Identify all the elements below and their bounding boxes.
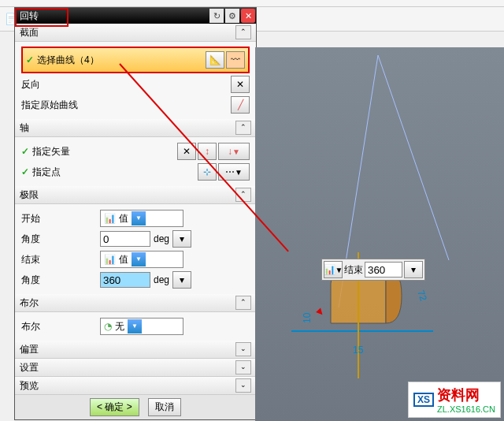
dim-angle: 72 (415, 289, 429, 303)
origin-curve-row: 指定原始曲线 ╱ (21, 95, 250, 114)
origin-curve-label: 指定原始曲线 (21, 99, 78, 112)
ok-button[interactable]: < 确定 > (90, 398, 139, 416)
float-end-label: 结束 (344, 263, 363, 277)
boolean-select[interactable]: ◔ 无 ▼ (100, 318, 183, 335)
check-icon: ✓ (21, 146, 29, 157)
unit-deg: deg (154, 233, 169, 244)
dialog-title: 回转 (15, 9, 43, 23)
model-preview: 15 10 72 (291, 55, 496, 402)
gear-icon[interactable]: ⚙ (225, 9, 239, 23)
reverse-label: 反向 (21, 78, 40, 91)
point-pick-icon[interactable]: ⊹ (198, 163, 217, 181)
end-label: 结束 (21, 253, 100, 266)
watermark: XS 资料网 ZL.XS1616.CN (408, 382, 501, 418)
dialog-titlebar[interactable]: 回转 ↻ ⚙ ✕ (15, 8, 256, 24)
boolean-title: 布尔 (20, 296, 39, 310)
settings-label: 设置 (20, 361, 39, 374)
start-type-select[interactable]: 📊 值 ▼ (100, 210, 183, 227)
reverse-direction-icon[interactable]: ✕ (231, 76, 250, 93)
section-title: 截面 (20, 26, 39, 39)
angle-menu-icon[interactable]: ▾ (172, 271, 191, 289)
section-settings[interactable]: 设置 ⌄ (15, 359, 256, 377)
sketch-icon[interactable]: 📐 (206, 51, 224, 69)
chevron-up-icon[interactable]: ⌃ (235, 25, 251, 39)
dialog-footer: < 确定 > 取消 (15, 395, 256, 419)
origin-curve-icon[interactable]: ╱ (231, 96, 250, 114)
dropdown-arrow-icon[interactable]: ▼ (132, 252, 146, 266)
offset-label: 偏置 (20, 343, 39, 356)
revolve-dialog: 回转 ↻ ⚙ ✕ 截面 ⌃ ✓ 选择曲线（4） 📐 〰 反向 ✕ 指定原始曲线 … (14, 7, 257, 420)
chevron-down-icon[interactable]: ⌄ (235, 378, 251, 393)
specify-vector-row: ✓ 指定矢量 ✕ ↕ ↓▼ (21, 142, 250, 161)
watermark-text: 资料网 (437, 386, 495, 404)
close-icon[interactable]: ✕ (241, 9, 255, 23)
value-icon: 📊 (104, 254, 116, 265)
end-type-select[interactable]: 📊 值 ▼ (100, 251, 183, 268)
axis-title: 轴 (20, 121, 29, 135)
section-header-boolean[interactable]: 布尔 ⌃ (15, 294, 256, 312)
boolean-value: 无 (115, 320, 124, 333)
svg-line-0 (378, 55, 449, 260)
preview-label: 预览 (20, 379, 39, 393)
reset-icon[interactable]: ↻ (209, 9, 224, 23)
angle-label: 角度 (21, 274, 100, 287)
chevron-down-icon[interactable]: ⌄ (235, 342, 251, 356)
vector-label: 指定矢量 (32, 145, 70, 158)
check-icon: ✓ (26, 54, 34, 65)
dim-width: 15 (353, 345, 364, 356)
chevron-up-icon[interactable]: ⌃ (235, 121, 251, 135)
unit-deg: deg (154, 274, 169, 285)
value-icon: 📊 (104, 213, 116, 224)
float-end-input[interactable] (365, 262, 402, 278)
start-label: 开始 (21, 212, 100, 225)
end-type-value: 值 (119, 253, 128, 266)
vector-axis-icon[interactable]: ↕ (198, 143, 217, 160)
start-type-value: 值 (119, 212, 128, 225)
float-end-dropdown[interactable]: 📊▼ 结束 ▾ (321, 259, 425, 281)
end-angle-input[interactable] (100, 272, 150, 288)
section-offset[interactable]: 偏置 ⌄ (15, 341, 256, 359)
vector-dropdown[interactable]: ↓▼ (218, 143, 250, 160)
check-icon: ✓ (21, 166, 29, 177)
angle-label: 角度 (21, 233, 100, 246)
float-menu-icon[interactable]: ▾ (404, 261, 423, 278)
reverse-row: 反向 ✕ (21, 75, 250, 94)
dropdown-arrow-icon[interactable]: ▼ (132, 211, 146, 225)
chevron-up-icon[interactable]: ⌃ (235, 296, 251, 310)
cancel-button[interactable]: 取消 (148, 398, 181, 416)
none-icon: ◔ (104, 321, 112, 332)
dim-height: 10 (302, 312, 313, 323)
section-preview[interactable]: 预览 ⌄ (15, 377, 256, 395)
limits-title: 极限 (20, 188, 39, 202)
start-angle-input[interactable] (100, 231, 150, 247)
point-label: 指定点 (32, 166, 61, 179)
dropdown-arrow-icon[interactable]: ▼ (128, 319, 142, 333)
section-header-axis[interactable]: 轴 ⌃ (15, 119, 256, 137)
section-header-section[interactable]: 截面 ⌃ (15, 24, 256, 42)
curve-icon[interactable]: 〰 (226, 51, 245, 69)
boolean-label: 布尔 (21, 320, 100, 333)
chevron-down-icon[interactable]: ⌄ (235, 360, 251, 374)
watermark-logo: XS (413, 393, 434, 407)
select-curve-row[interactable]: ✓ 选择曲线（4） 📐 〰 (21, 47, 250, 73)
angle-menu-icon[interactable]: ▾ (172, 230, 191, 248)
select-curve-label: 选择曲线（4） (37, 54, 99, 67)
value-icon[interactable]: 📊▼ (324, 261, 343, 278)
watermark-url: ZL.XS1616.CN (437, 404, 495, 414)
section-header-limits[interactable]: 极限 ⌃ (15, 186, 256, 204)
